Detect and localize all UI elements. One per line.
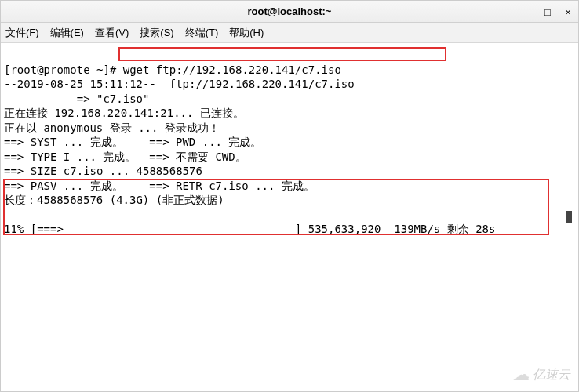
scrollbar-thumb[interactable] <box>566 211 572 223</box>
output-line: ==> SIZE c7.iso ... 4588568576 <box>4 165 202 177</box>
output-line: ==> PASV ... 完成。 ==> RETR c7.iso ... 完成。 <box>4 180 315 192</box>
menu-help[interactable]: 帮助(H) <box>229 26 264 40</box>
output-line: => "c7.iso" <box>4 93 149 105</box>
terminal-window: root@localhost:~ – □ × 文件(F) 编辑(E) 查看(V)… <box>0 0 579 392</box>
menu-view[interactable]: 查看(V) <box>95 26 129 40</box>
minimize-button[interactable]: – <box>522 6 533 17</box>
window-controls: – □ × <box>522 1 574 23</box>
cloud-icon: ☁ <box>512 365 530 385</box>
window-title: root@localhost:~ <box>248 5 332 17</box>
terminal-output[interactable]: [root@promote ~]# wget ftp://192.168.220… <box>1 43 578 256</box>
menu-file[interactable]: 文件(F) <box>5 26 39 40</box>
menubar: 文件(F) 编辑(E) 查看(V) 搜索(S) 终端(T) 帮助(H) <box>1 23 578 43</box>
output-line: --2019-08-25 15:11:12-- ftp://192.168.22… <box>4 78 355 90</box>
output-line: 长度：4588568576 (4.3G) (非正式数据) <box>4 194 224 206</box>
output-line: ==> TYPE I ... 完成。 ==> 不需要 CWD。 <box>4 151 246 163</box>
menu-edit[interactable]: 编辑(E) <box>50 26 84 40</box>
watermark: ☁ 亿速云 <box>512 365 570 385</box>
titlebar: root@localhost:~ – □ × <box>1 1 578 23</box>
prompt: [root@promote ~]# <box>4 64 123 76</box>
output-line: ==> SYST ... 完成。 ==> PWD ... 完成。 <box>4 136 261 148</box>
maximize-button[interactable]: □ <box>542 6 553 17</box>
watermark-text: 亿速云 <box>533 367 570 383</box>
output-line: 正在以 anonymous 登录 ... 登录成功！ <box>4 122 220 134</box>
menu-search[interactable]: 搜索(S) <box>140 26 173 40</box>
menu-terminal[interactable]: 终端(T) <box>185 26 219 40</box>
command: wget ftp://192.168.220.141/c7.iso <box>123 64 341 76</box>
close-button[interactable]: × <box>563 6 574 17</box>
progress-line: 11% [===> ] 535,633,920 139MB/s 剩余 28s <box>4 223 495 235</box>
output-line: 正在连接 192.168.220.141:21... 已连接。 <box>4 107 244 119</box>
